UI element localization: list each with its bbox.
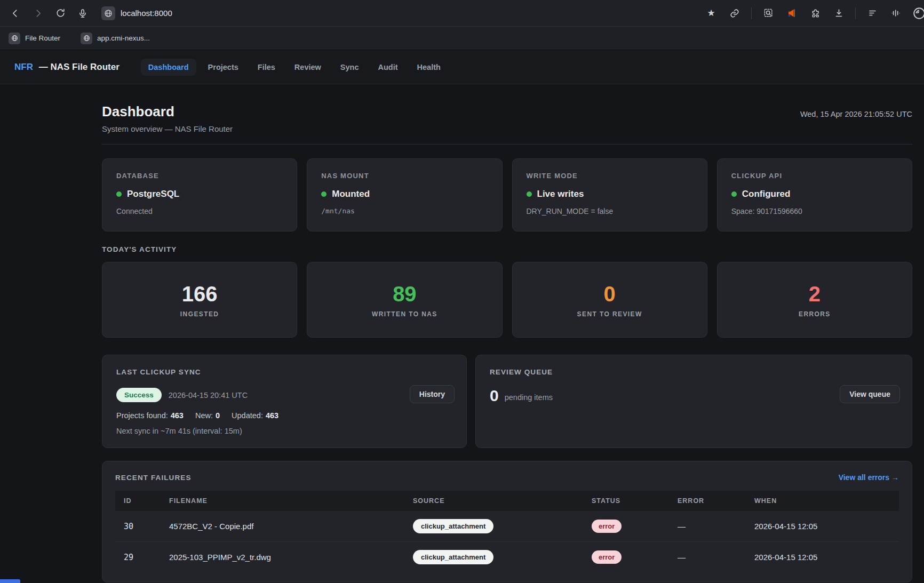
status-dot-green [731,191,737,197]
megaphone-extension-icon[interactable] [785,6,799,20]
url-text: localhost:8000 [121,9,172,18]
tab-projects[interactable]: Projects [201,59,246,76]
failures-table: ID FILENAME SOURCE STATUS ERROR WHEN 30 … [115,491,899,572]
column-header-status: STATUS [583,491,669,511]
activity-heading: TODAY'S ACTIVITY [102,245,912,253]
sync-review-row: LAST CLICKUP SYNC Success 2026-04-15 20:… [102,355,912,448]
tab-files[interactable]: Files [250,59,283,76]
microphone-icon[interactable] [76,6,90,20]
status-value: Mounted [332,189,370,199]
last-clickup-sync-card: LAST CLICKUP SYNC Success 2026-04-15 20:… [102,355,467,448]
cell-source: clickup_attachment [404,511,583,542]
tab-review[interactable]: Review [287,59,329,76]
status-detail: Connected [116,207,283,215]
bookmark-label: app.cmi-nexus... [97,34,150,42]
stat-card-errors: 2 ERRORS [717,262,912,338]
globe-icon [9,33,20,44]
status-card-write-mode: WRITE MODE Live writes DRY_RUN_MODE = fa… [512,158,707,231]
card-label: DATABASE [116,172,283,180]
view-queue-button[interactable]: View queue [840,385,900,403]
table-header-row: ID FILENAME SOURCE STATUS ERROR WHEN [115,491,899,511]
extensions-puzzle-icon[interactable] [808,6,822,20]
capture-search-icon[interactable] [761,6,775,20]
card-label: NAS MOUNT [321,172,488,180]
page-timestamp: Wed, 15 Apr 2026 21:05:52 UTC [800,110,912,119]
history-button[interactable]: History [410,385,455,403]
site-favicon-globe-icon [101,6,115,20]
cell-status: error [583,511,669,542]
cell-id: 29 [115,542,161,573]
reload-icon[interactable] [53,6,67,20]
status-badge: error [592,550,622,564]
table-row[interactable]: 29 2025-103_PPIMP_v2_tr.dwg clickup_atta… [115,542,899,573]
stat-card-written-to-nas: 89 WRITTEN TO NAS [307,262,502,338]
stat-value: 166 [182,282,218,306]
projects-found-stat: Projects found:463 [116,411,184,420]
status-detail: DRY_RUN_MODE = false [527,207,693,215]
reading-list-icon[interactable] [865,6,879,20]
pending-count-label: pending items [505,390,553,402]
bookmark-star-icon[interactable]: ★ [704,6,718,20]
brand-abbreviation: NFR [14,62,33,72]
cell-filename: 2025-103_PPIMP_v2_tr.dwg [161,542,404,573]
stat-card-ingested: 166 INGESTED [102,262,297,338]
tab-sync[interactable]: Sync [333,59,367,76]
stat-value: 0 [604,282,616,306]
app-brand: NFR — NAS File Router [14,62,120,73]
status-detail: /mnt/nas [321,207,488,215]
main-nav: Dashboard Projects Files Review Sync Aud… [141,59,448,76]
stat-label: WRITTEN TO NAS [372,310,437,318]
forward-icon[interactable] [31,6,45,20]
table-row[interactable]: 30 4572BC_V2 - Copie.pdf clickup_attachm… [115,511,899,542]
failures-title: RECENT FAILURES [115,474,192,482]
cell-error: — [669,511,746,542]
next-sync-text: Next sync in ~7m 41s (interval: 15m) [116,427,452,435]
back-icon[interactable] [9,6,22,20]
stat-value: 89 [393,282,417,306]
share-link-icon[interactable] [728,6,742,20]
page-subtitle: System overview — NAS File Router [102,124,912,134]
bookmark-file-router[interactable]: File Router [9,33,60,44]
status-card-clickup-api: CLICKUP API Configured Space: 9017159666… [717,158,912,231]
source-badge: clickup_attachment [413,519,493,533]
sync-card-title: LAST CLICKUP SYNC [116,368,452,376]
tab-audit[interactable]: Audit [371,59,405,76]
card-label: CLICKUP API [731,172,898,180]
page-title: Dashboard [102,103,174,119]
address-bar[interactable]: localhost:8000 [101,6,704,20]
view-all-errors-link[interactable]: View all errors → [839,473,899,482]
column-header-error: ERROR [669,491,746,511]
equalizer-icon[interactable] [889,6,903,20]
status-dot-green [116,191,122,197]
review-card-title: REVIEW QUEUE [490,368,898,376]
download-icon[interactable] [832,6,846,20]
cell-status: error [583,542,669,573]
status-dot-green [321,191,326,197]
updated-stat: Updated:463 [232,411,278,420]
bookmark-label: File Router [25,34,60,42]
header-divider [102,144,912,145]
cell-source: clickup_attachment [404,542,583,573]
activity-cards-row: 166 INGESTED 89 WRITTEN TO NAS 0 SENT TO… [102,262,912,338]
column-header-id: ID [115,491,161,511]
toolbar-divider [855,7,856,19]
cell-error: — [669,542,746,573]
bookmark-app-cmi-nexus[interactable]: app.cmi-nexus... [81,33,150,44]
profile-avatar-icon[interactable] [912,6,924,20]
tab-dashboard[interactable]: Dashboard [141,59,196,76]
status-cards-row: DATABASE PostgreSQL Connected NAS MOUNT … [102,158,912,231]
sync-timestamp: 2026-04-15 20:41 UTC [169,391,248,400]
pending-count: 0 [490,387,499,404]
tab-health[interactable]: Health [410,59,448,76]
column-header-when: WHEN [746,491,899,511]
cell-when: 2026-04-15 12:05 [746,511,899,542]
stat-label: SENT TO REVIEW [577,310,642,318]
recent-failures-card: RECENT FAILURES View all errors → ID FIL… [102,461,912,582]
stat-label: ERRORS [799,310,831,318]
review-queue-card: REVIEW QUEUE 0 pending items View queue [475,355,912,448]
sync-stats-line: Projects found:463 New:0 Updated:463 [116,411,452,420]
status-detail: Space: 90171596660 [731,207,898,215]
app-header: NFR — NAS File Router Dashboard Projects… [0,50,924,84]
status-badge: error [592,520,622,533]
browser-status-popup-fragment [0,579,20,583]
